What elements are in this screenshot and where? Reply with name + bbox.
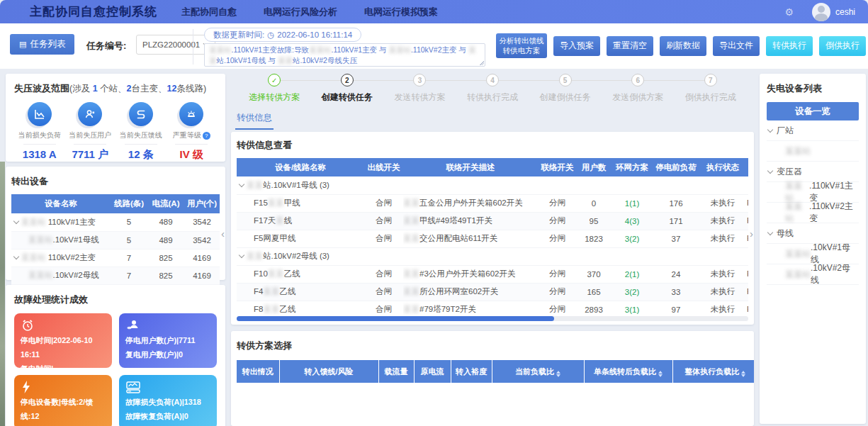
redacted-station: 某某 xyxy=(247,181,263,189)
impact-sub: 台主变、 xyxy=(132,84,167,94)
sort-icon[interactable] xyxy=(741,371,745,377)
exec-status: 未执行 xyxy=(699,212,747,230)
reverse-supply-execute-button[interactable]: 倒供执行 xyxy=(819,36,866,56)
line-chart-icon xyxy=(28,102,52,126)
step-send-transfer-plan[interactable]: 3 发送转供方案 xyxy=(383,74,456,108)
line-name: F17天 xyxy=(254,216,276,225)
step-number: 2 xyxy=(341,74,354,86)
step-create-reverse-task[interactable]: 5 创建倒供任务 xyxy=(529,74,602,108)
tree-item-busbar-1[interactable]: 某某站.10kV#1母线 xyxy=(767,244,859,264)
outage-users: 停电用户数(户)|7711 xyxy=(125,334,210,348)
tie-switch: 分闸 xyxy=(538,212,577,230)
table-row[interactable]: F5网夏甲线 合闸 某某交公用配电站611开关 分闸 1823 3(2) 37 … xyxy=(237,230,748,247)
nav-tab-risk-analysis[interactable]: 电网运行风险分析 xyxy=(264,6,337,18)
collapse-right-icon[interactable]: › xyxy=(750,228,753,239)
step-transfer-done[interactable]: 4 转供执行完成 xyxy=(456,74,529,108)
group-row[interactable]: 某某站.10kV#2母线 (3) xyxy=(237,247,748,265)
redacted-station: 某某站 xyxy=(785,248,811,260)
nav-tab-main-dist[interactable]: 主配协同自愈 xyxy=(181,6,237,18)
table-row[interactable]: F10某某乙线 合闸 某某#3公用户外开关箱602开关 分闸 370 2(1) … xyxy=(237,265,748,283)
lost-load: 故障损失负荷(A)|1318 xyxy=(125,396,210,410)
chevron-down-icon[interactable] xyxy=(13,218,19,224)
chevron-down-icon[interactable] xyxy=(239,252,244,258)
resize-grip-icon[interactable] xyxy=(479,60,484,65)
transfer-line: F8看守 xyxy=(747,287,748,296)
step-number: 4 xyxy=(486,74,499,86)
table-row[interactable]: 某某站 110kV#2主变 7 825 4169 xyxy=(11,249,220,267)
table-row[interactable]: F4某某乙线 合闸 某某所公用环网室602开关 分闸 165 3(2) 33 未… xyxy=(237,283,748,301)
fault-description[interactable]: 某某站.110kV#1主变故障:导致某某站.110kV#1主变 与 某某站.11… xyxy=(204,43,485,67)
redacted-station: 某某站 xyxy=(209,45,232,54)
stat-severity: 严重等级? IV 级 xyxy=(167,102,218,162)
restore-time: 复电时间| xyxy=(21,362,106,376)
user-count: 0 xyxy=(577,194,611,212)
task-list-button[interactable]: ▤ 任务列表 xyxy=(10,34,74,55)
redacted: 某某 xyxy=(403,269,419,278)
tree-group-transformer[interactable]: 变压器 xyxy=(767,162,859,182)
device-overview-header[interactable]: 设备一览 xyxy=(767,102,859,120)
import-plan-button[interactable]: 导入预案 xyxy=(553,36,600,56)
table-row[interactable]: F15某某甲线 合闸 某某五金公用户外开关箱602开关 分闸 0 1(1) 17… xyxy=(237,194,748,212)
chevron-down-icon[interactable] xyxy=(239,181,244,187)
export-file-button[interactable]: 导出文件 xyxy=(713,36,760,56)
redacted: 某某 xyxy=(403,198,419,207)
impact-num: 12 xyxy=(167,84,177,94)
tree-item-transformer-2[interactable]: 某某站.110kV#2主变 xyxy=(767,203,859,223)
pre-outage-load: 171 xyxy=(653,212,699,230)
alarm-icon xyxy=(179,102,203,126)
step-create-transfer-task[interactable]: 2 创建转供任务 xyxy=(311,74,384,108)
stat-value: 1318 A xyxy=(23,148,57,160)
chevron-down-icon[interactable] xyxy=(13,254,19,259)
table-row[interactable]: 某某站 110kV#1主变 5 489 3542 xyxy=(11,213,220,231)
users-value: 4169 xyxy=(184,267,220,284)
outage-time: 停电时间|2022-06-10 16:11 xyxy=(21,334,106,362)
lost-load-card: 故障损失负荷(A)|1318 故障恢复负荷(A)|0 xyxy=(119,375,217,426)
step-send-reverse-plan[interactable]: 6 发送倒供方案 xyxy=(602,74,675,108)
group-row[interactable]: 某某站.10kV#1母线 (3) xyxy=(237,176,748,194)
tree-item-busbar-2[interactable]: 某某站.10kV#2母线 xyxy=(767,264,859,285)
transfer-out-card: 转出设备 设备名称 线路(条) 电流(A) 用户(个) 某某站 110kV#1主… xyxy=(6,167,225,280)
col-ring-plan: 环网方案 xyxy=(611,158,653,176)
tree-group-busbar[interactable]: 母线 xyxy=(767,223,859,244)
redacted: 某某 xyxy=(403,216,419,225)
toolbar: ▤ 任务列表 任务编号: PLZG22000001 数据更新时间:◷2022-0… xyxy=(0,23,868,69)
reset-clear-button[interactable]: 重置清空 xyxy=(607,36,653,56)
refresh-data-button[interactable]: 刷新数据 xyxy=(660,36,706,56)
sort-icon[interactable] xyxy=(658,371,663,377)
table-row[interactable]: 某某站.10kV#1母线 5 489 3542 xyxy=(11,231,220,249)
table-row[interactable]: 某某站.10kV#2母线 7 825 4169 xyxy=(11,267,220,284)
col-margin: 转入裕度 xyxy=(451,360,492,383)
step-select-plan[interactable]: 选择转供方案 xyxy=(238,74,311,108)
outgoing-switch: 合闸 xyxy=(364,212,403,230)
analyze-transfer-plan-button[interactable]: 分析转出馈线 转供电方案 xyxy=(496,33,547,58)
impact-title: 失压波及范围(涉及 1 个站、2台主变、12条线路) xyxy=(14,82,217,95)
step-reverse-done[interactable]: 7 倒供执行完成 xyxy=(674,74,747,108)
tree-group-station[interactable]: 厂站 xyxy=(767,120,859,141)
table-row[interactable]: F17天某线 合闸 某某甲线#49塔49T1开关 分闸 95 4(3) 171 … xyxy=(237,212,748,230)
alarm-clock-icon xyxy=(21,318,106,334)
plan-select-card: 转供方案选择 转出情况 转入馈线/风险 载流量 原电流 转入裕度 当前负载比 单… xyxy=(231,331,754,426)
col-overall-exec-ratio[interactable]: 整体执行负载比 xyxy=(672,360,754,383)
transfer-execute-button[interactable]: 转供执行 xyxy=(766,36,813,56)
tab-transfer-info[interactable]: 转供信息 xyxy=(235,112,274,130)
help-icon[interactable]: ? xyxy=(203,132,210,140)
tree-item-station[interactable]: 某某站 xyxy=(767,141,859,162)
nav-tab-simulation[interactable]: 电网运行模拟预案 xyxy=(364,6,438,18)
col-current-load-ratio[interactable]: 当前负载比 xyxy=(492,360,584,383)
scrollbar-thumb[interactable] xyxy=(237,316,554,321)
sort-icon[interactable] xyxy=(556,371,560,377)
current-value: 825 xyxy=(147,249,184,267)
line-name: F5网夏甲线 xyxy=(254,234,295,242)
redacted-station: 某某站 xyxy=(785,145,811,157)
col-single-line-ratio[interactable]: 单条线转后负载比 xyxy=(584,360,672,383)
gear-icon[interactable]: ⚙ xyxy=(784,6,794,18)
power-loss-device-card: 失电设备列表 设备一览 厂站 某某站 变压器 某某站.110kV#1主变 某某站… xyxy=(760,74,866,424)
col-tie-switch: 联络开关 xyxy=(538,158,577,176)
collapse-left-panel-icon[interactable]: ‹ xyxy=(221,228,225,239)
fault-stats-card: 故障处理统计成效 停电时间|2022-06-10 16:11 复电时间| 停电用… xyxy=(6,285,225,426)
users-icon xyxy=(125,318,210,334)
tree-item-transformer-1[interactable]: 某某站.110kV#1主变 xyxy=(767,182,859,203)
horizontal-scrollbar[interactable] xyxy=(237,316,748,321)
user-menu[interactable]: ceshi xyxy=(812,3,855,21)
line-name: 甲线 xyxy=(284,198,300,207)
